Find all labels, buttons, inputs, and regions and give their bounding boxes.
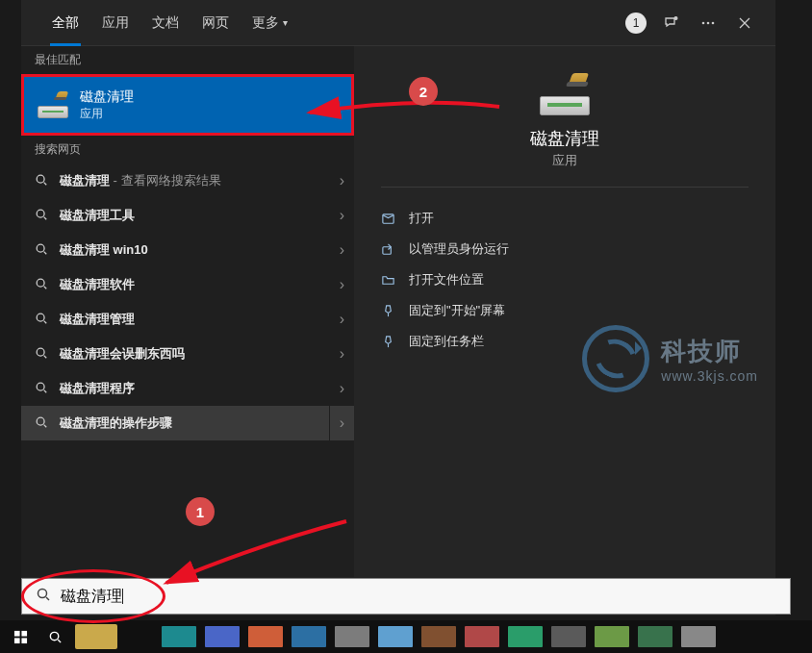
search-bar[interactable]: 磁盘清理 bbox=[21, 578, 791, 615]
folder-icon bbox=[381, 273, 395, 288]
web-result-item[interactable]: 磁盘清理程序 bbox=[21, 371, 329, 406]
action-pin-start[interactable]: 固定到"开始"屏幕 bbox=[381, 295, 749, 326]
tab-docs[interactable]: 文档 bbox=[140, 0, 190, 46]
close-icon[interactable] bbox=[733, 12, 756, 35]
more-icon[interactable] bbox=[697, 12, 720, 35]
web-result-label: 磁盘清理程序 bbox=[60, 380, 135, 397]
taskbar-search[interactable] bbox=[40, 624, 69, 649]
chevron-right-icon[interactable]: › bbox=[329, 406, 354, 440]
search-icon bbox=[35, 208, 48, 224]
taskbar-app[interactable] bbox=[638, 626, 672, 647]
svg-rect-18 bbox=[21, 638, 27, 643]
taskbar-app[interactable] bbox=[421, 626, 456, 647]
svg-rect-17 bbox=[13, 638, 19, 643]
tabs-header: 全部 应用 文档 网页 更多▾ 1 bbox=[21, 0, 775, 46]
best-match-item[interactable]: 磁盘清理 应用 bbox=[21, 74, 354, 136]
svg-rect-15 bbox=[13, 630, 19, 636]
web-result-label: 磁盘清理 win10 bbox=[60, 241, 148, 259]
admin-icon bbox=[381, 242, 395, 257]
svg-point-9 bbox=[37, 348, 44, 356]
web-result-label: 磁盘清理 - 查看网络搜索结果 bbox=[60, 172, 221, 189]
feedback-icon[interactable] bbox=[660, 12, 683, 35]
tab-web[interactable]: 网页 bbox=[190, 0, 241, 46]
search-icon bbox=[35, 312, 48, 328]
web-result-label: 磁盘清理工具 bbox=[60, 207, 135, 224]
web-result-item[interactable]: 磁盘清理管理 bbox=[21, 302, 329, 337]
taskbar-app[interactable] bbox=[551, 626, 586, 647]
search-input[interactable]: 磁盘清理 bbox=[61, 587, 123, 607]
svg-point-14 bbox=[38, 590, 47, 598]
chevron-right-icon[interactable]: › bbox=[329, 267, 354, 302]
preview-panel: 磁盘清理 应用 打开 以管理员身份运行 打开文件位置 固定到" bbox=[354, 46, 775, 577]
results-column: 最佳匹配 磁盘清理 应用 搜索网页 磁盘清理 - 查看网络搜索结果›磁盘清理工具… bbox=[21, 46, 354, 577]
search-icon bbox=[35, 277, 48, 293]
preview-title: 磁盘清理 bbox=[530, 127, 599, 150]
chevron-right-icon[interactable]: › bbox=[329, 198, 354, 233]
disk-cleanup-icon bbox=[540, 73, 590, 115]
svg-point-2 bbox=[707, 21, 710, 24]
action-pin-taskbar[interactable]: 固定到任务栏 bbox=[381, 326, 749, 357]
section-best-match: 最佳匹配 bbox=[21, 46, 354, 74]
svg-point-8 bbox=[37, 314, 44, 321]
web-result-item[interactable]: 磁盘清理工具 bbox=[21, 198, 329, 233]
svg-point-4 bbox=[37, 175, 44, 183]
search-icon bbox=[36, 587, 51, 606]
taskbar bbox=[0, 620, 812, 653]
taskbar-app[interactable] bbox=[681, 626, 716, 647]
taskbar-app[interactable] bbox=[508, 626, 543, 647]
annotation-marker-2: 2 bbox=[409, 77, 438, 106]
preview-subtitle: 应用 bbox=[552, 152, 577, 169]
web-result-item[interactable]: 磁盘清理会误删东西吗 bbox=[21, 337, 329, 371]
taskbar-app[interactable] bbox=[162, 626, 196, 647]
action-open-location[interactable]: 打开文件位置 bbox=[381, 264, 749, 295]
pin-start-icon bbox=[381, 304, 395, 318]
svg-point-10 bbox=[37, 383, 44, 390]
section-search-web: 搜索网页 bbox=[21, 136, 354, 163]
taskbar-app[interactable] bbox=[205, 626, 240, 647]
chevron-right-icon[interactable]: › bbox=[329, 163, 354, 198]
best-match-title: 磁盘清理 bbox=[80, 88, 134, 106]
web-result-label: 磁盘清理管理 bbox=[60, 311, 135, 328]
tab-all[interactable]: 全部 bbox=[40, 0, 90, 46]
search-icon bbox=[35, 381, 48, 397]
web-result-label: 磁盘清理软件 bbox=[60, 276, 135, 293]
search-icon bbox=[35, 173, 48, 189]
svg-point-0 bbox=[674, 16, 677, 19]
best-match-subtitle: 应用 bbox=[80, 106, 134, 122]
web-result-item[interactable]: 磁盘清理 - 查看网络搜索结果 bbox=[21, 163, 329, 198]
chevron-right-icon[interactable]: › bbox=[329, 302, 354, 337]
chevron-right-icon[interactable]: › bbox=[329, 233, 354, 267]
pin-taskbar-icon bbox=[381, 335, 395, 349]
search-icon bbox=[35, 242, 48, 259]
tab-more[interactable]: 更多▾ bbox=[241, 0, 299, 46]
open-icon bbox=[381, 212, 395, 226]
taskbar-app[interactable] bbox=[292, 626, 326, 647]
action-open[interactable]: 打开 bbox=[381, 203, 749, 234]
svg-point-11 bbox=[37, 417, 44, 425]
disk-cleanup-icon bbox=[38, 91, 68, 118]
chevron-right-icon[interactable]: › bbox=[329, 371, 354, 406]
svg-point-1 bbox=[702, 21, 705, 24]
svg-rect-16 bbox=[21, 630, 27, 636]
tab-apps[interactable]: 应用 bbox=[90, 0, 140, 46]
taskbar-app[interactable] bbox=[248, 626, 283, 647]
notification-badge[interactable]: 1 bbox=[625, 13, 647, 34]
annotation-marker-1: 1 bbox=[186, 497, 215, 526]
svg-point-19 bbox=[50, 632, 58, 640]
svg-point-5 bbox=[37, 210, 44, 217]
taskbar-app[interactable] bbox=[378, 626, 413, 647]
action-run-admin[interactable]: 以管理员身份运行 bbox=[381, 234, 749, 264]
web-result-item[interactable]: 磁盘清理软件 bbox=[21, 267, 329, 302]
start-button[interactable] bbox=[6, 624, 35, 649]
web-result-label: 磁盘清理会误删东西吗 bbox=[60, 345, 185, 363]
svg-point-6 bbox=[37, 244, 44, 252]
taskbar-app[interactable] bbox=[595, 626, 629, 647]
chevron-right-icon[interactable]: › bbox=[329, 337, 354, 371]
web-result-item[interactable]: 磁盘清理的操作步骤 bbox=[21, 406, 329, 440]
chevron-down-icon: ▾ bbox=[283, 17, 288, 28]
taskbar-app[interactable] bbox=[465, 626, 499, 647]
taskbar-app[interactable] bbox=[335, 626, 369, 647]
taskbar-app-active[interactable] bbox=[75, 624, 117, 649]
web-result-item[interactable]: 磁盘清理 win10 bbox=[21, 233, 329, 267]
search-icon bbox=[35, 415, 48, 432]
